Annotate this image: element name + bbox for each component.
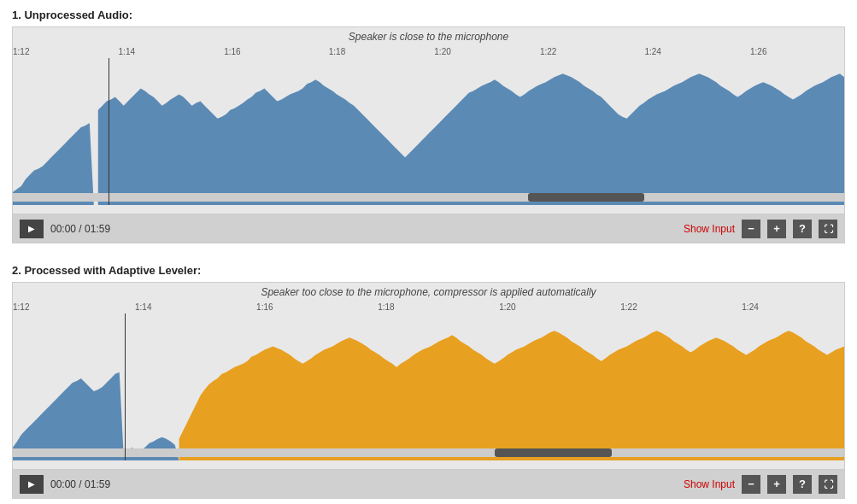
- controls-bar-2: ▶ 00:00 / 01:59 Show Input − + ? ⛶: [12, 470, 845, 499]
- zoom-out-button-1[interactable]: −: [742, 220, 760, 238]
- tick-2-1: 1:14: [135, 302, 151, 312]
- section1: 1. Unprocessed Audio: Speaker is close t…: [0, 0, 857, 243]
- section2-title: 2. Processed with Adaptive Leveler:: [12, 264, 845, 277]
- svg-marker-0: [13, 73, 844, 205]
- waveform2-label: Speaker too close to the microphone, com…: [13, 286, 844, 298]
- fullscreen-button-2[interactable]: ⛶: [819, 475, 837, 494]
- zoom-in-button-2[interactable]: +: [767, 475, 786, 494]
- play-button-1[interactable]: ▶: [20, 220, 44, 238]
- waveform2-svg: [13, 314, 844, 460]
- tick-1-1: 1:14: [119, 47, 135, 56]
- playhead2: [125, 314, 126, 460]
- tick-1-5: 1:22: [540, 47, 556, 56]
- tick-1-0: 1:12: [13, 47, 29, 56]
- tick-2-5: 1:22: [620, 302, 637, 312]
- tick-2-4: 1:20: [499, 302, 515, 312]
- show-input-button-2[interactable]: Show Input: [684, 478, 735, 490]
- waveform1-area: [13, 58, 844, 205]
- show-input-button-1[interactable]: Show Input: [684, 223, 735, 235]
- zoom-in-button-1[interactable]: +: [767, 220, 786, 238]
- tick-1-7: 1:26: [750, 47, 766, 56]
- tick-1-2: 1:16: [224, 47, 240, 56]
- tick-2-0: 1:12: [13, 302, 29, 312]
- tick-1-4: 1:20: [434, 47, 450, 56]
- scrollbar1-track[interactable]: [13, 193, 844, 202]
- time-axis-1: 1:12 1:14 1:16 1:18 1:20 1:22 1:24 1:26: [13, 44, 844, 58]
- tick-2-3: 1:18: [378, 302, 394, 312]
- controls-bar-1: ▶ 00:00 / 01:59 Show Input − + ? ⛶: [12, 214, 845, 243]
- tick-2-2: 1:16: [256, 302, 273, 312]
- help-button-2[interactable]: ?: [793, 475, 812, 494]
- tick-1-3: 1:18: [329, 47, 345, 56]
- tick-1-6: 1:24: [644, 47, 660, 56]
- tick-2-6: 1:24: [742, 302, 758, 312]
- fullscreen-button-1[interactable]: ⛶: [819, 220, 837, 238]
- waveform1-svg: [13, 58, 844, 205]
- help-button-1[interactable]: ?: [793, 220, 812, 238]
- scrollbar2-track[interactable]: [13, 448, 844, 457]
- waveform2: Speaker too close to the microphone, com…: [12, 282, 845, 470]
- section2: 2. Processed with Adaptive Leveler: Spea…: [0, 255, 857, 499]
- waveform2-area: [13, 314, 844, 460]
- svg-marker-2: [179, 331, 844, 460]
- time-display-1: 00:00 / 01:59: [50, 223, 677, 235]
- time-display-2: 00:00 / 01:59: [50, 478, 677, 490]
- waveform1-label: Speaker is close to the microphone: [13, 31, 844, 43]
- svg-marker-1: [13, 372, 179, 460]
- zoom-out-button-2[interactable]: −: [742, 475, 760, 494]
- time-axis-2: 1:12 1:14 1:16 1:18 1:20 1:22 1:24: [13, 300, 844, 314]
- playhead1: [109, 58, 109, 205]
- play-button-2[interactable]: ▶: [20, 475, 44, 494]
- scrollbar2-thumb[interactable]: [495, 448, 611, 457]
- section1-title: 1. Unprocessed Audio:: [12, 9, 845, 21]
- waveform1: Speaker is close to the microphone 1:12 …: [12, 26, 845, 214]
- scrollbar1-thumb[interactable]: [528, 193, 644, 202]
